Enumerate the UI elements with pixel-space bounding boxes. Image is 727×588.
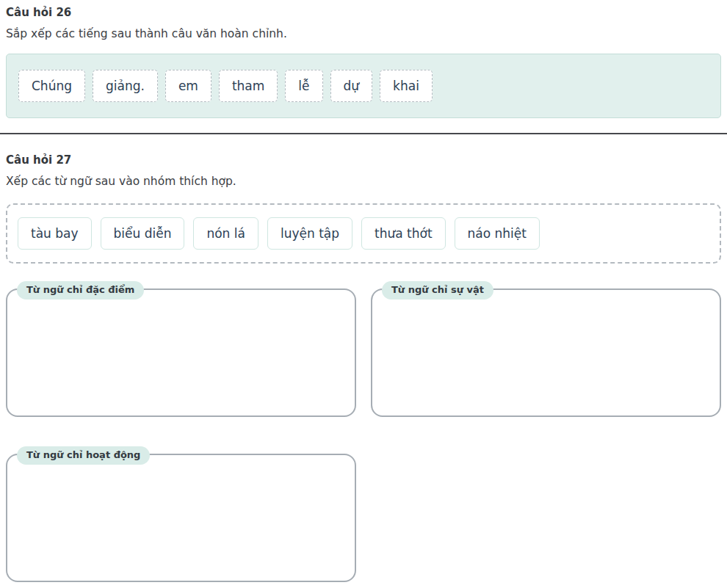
word-tile[interactable]: nón lá (193, 217, 258, 250)
question-27-title: Câu hỏi 27 (6, 153, 721, 167)
drop-zone-dac-diem[interactable]: Từ ngữ chỉ đặc điểm (6, 288, 356, 417)
question-27-word-bank[interactable]: tàu bay biểu diễn nón lá luyện tập thưa … (6, 203, 721, 264)
drop-zone-su-vat[interactable]: Từ ngữ chỉ sự vật (371, 288, 721, 417)
word-tile[interactable]: em (165, 70, 211, 102)
drop-zone-label: Từ ngữ chỉ hoạt động (17, 446, 150, 464)
word-tile[interactable]: náo nhiệt (455, 217, 540, 250)
question-26: Câu hỏi 26 Sắp xếp các tiếng sau thành c… (6, 6, 721, 118)
drop-zone-label: Từ ngữ chỉ đặc điểm (17, 281, 144, 299)
word-tile[interactable]: tàu bay (18, 217, 92, 250)
word-tile[interactable]: tham (219, 70, 278, 102)
word-tile[interactable]: luyện tập (267, 217, 352, 250)
question-26-prompt: Sắp xếp các tiếng sau thành câu văn hoàn… (6, 26, 721, 41)
section-divider (0, 133, 727, 134)
word-tile[interactable]: biểu diễn (101, 217, 185, 250)
question-26-word-bank[interactable]: Chúng giảng. em tham lễ dự khai (6, 54, 721, 118)
drop-zones-row-2: Từ ngữ chỉ hoạt động (6, 454, 721, 582)
question-27-prompt: Xếp các từ ngữ sau vào nhóm thích hợp. (6, 174, 721, 189)
question-26-title: Câu hỏi 26 (6, 6, 721, 19)
word-tile[interactable]: lễ (285, 70, 322, 102)
quiz-page: Câu hỏi 26 Sắp xếp các tiếng sau thành c… (0, 0, 727, 588)
word-tile[interactable]: Chúng (18, 70, 85, 102)
word-tile[interactable]: giảng. (93, 70, 158, 102)
word-tile[interactable]: thưa thớt (361, 217, 446, 250)
drop-zones-row-1: Từ ngữ chỉ đặc điểm Từ ngữ chỉ sự vật (6, 288, 721, 417)
drop-zone-hoat-dong[interactable]: Từ ngữ chỉ hoạt động (6, 454, 356, 582)
word-tile[interactable]: dự (330, 70, 373, 102)
drop-zone-label: Từ ngữ chỉ sự vật (382, 281, 493, 299)
question-27: Câu hỏi 27 Xếp các từ ngữ sau vào nhóm t… (6, 153, 721, 582)
word-tile[interactable]: khai (380, 70, 433, 102)
